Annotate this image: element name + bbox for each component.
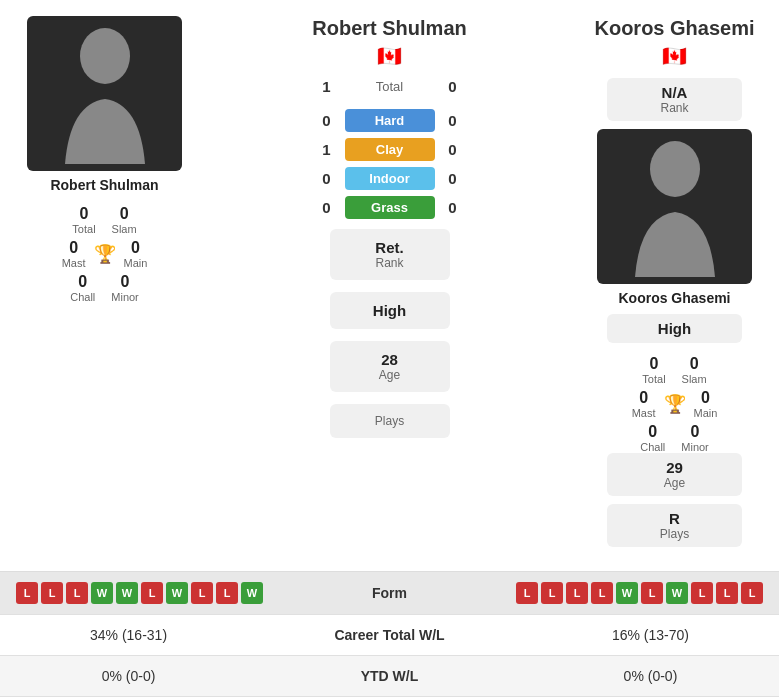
surface-row-hard: 0 Hard 0 <box>197 109 582 132</box>
left-rank-value: Ret. <box>350 239 430 256</box>
form-badge-left: L <box>16 582 38 604</box>
right-player-silhouette-icon <box>625 137 725 277</box>
form-badge-left: W <box>241 582 263 604</box>
right-main-value: 0 <box>701 389 710 407</box>
right-player-avatar <box>597 129 752 284</box>
form-badge-right: L <box>691 582 713 604</box>
right-mast-value: 0 <box>639 389 648 407</box>
surface-row-grass: 0 Grass 0 <box>197 196 582 219</box>
right-slam-value: 0 <box>690 355 699 373</box>
right-age-value: 29 <box>623 459 726 476</box>
indoor-badge: Indoor <box>345 167 435 190</box>
left-total-value: 0 <box>80 205 89 223</box>
age-box: 28 Age <box>330 341 450 392</box>
right-chall-value: 0 <box>648 423 657 441</box>
clay-left-score: 1 <box>317 141 337 158</box>
left-player-silhouette-icon <box>55 24 155 164</box>
left-plays-label: Plays <box>350 414 430 428</box>
form-badge-right: L <box>591 582 613 604</box>
right-age-box: 29 Age <box>607 453 742 496</box>
right-rank-value: N/A <box>623 84 726 101</box>
right-slam-label: Slam <box>682 373 707 385</box>
grass-badge: Grass <box>345 196 435 219</box>
total-row: 1 Total 0 <box>317 78 463 95</box>
stat-right-value: 0% (0-0) <box>522 656 779 697</box>
clay-badge: Clay <box>345 138 435 161</box>
stats-row: 34% (16-31)Career Total W/L16% (13-70) <box>0 615 779 656</box>
left-age-label: Age <box>350 368 430 382</box>
total-right-score: 0 <box>443 78 463 95</box>
left-mast-label: Mast <box>62 257 86 269</box>
left-minor-label: Minor <box>111 291 139 303</box>
left-rank-label: Rank <box>350 256 430 270</box>
right-minor-label: Minor <box>681 441 709 453</box>
form-badge-right: W <box>666 582 688 604</box>
hard-right-score: 0 <box>443 112 463 129</box>
form-badge-right: L <box>741 582 763 604</box>
rank-box: Ret. Rank <box>330 229 450 280</box>
hard-badge: Hard <box>345 109 435 132</box>
form-badge-left: L <box>216 582 238 604</box>
left-slam-value: 0 <box>120 205 129 223</box>
stat-center-label: Career Total W/L <box>257 615 522 656</box>
right-rank-label: Rank <box>623 101 726 115</box>
grass-right-score: 0 <box>443 199 463 216</box>
left-high-value: High <box>350 302 430 319</box>
left-minor-value: 0 <box>121 273 130 291</box>
left-player-name-center: Robert Shulman <box>312 16 466 40</box>
form-badge-left: L <box>66 582 88 604</box>
form-badge-right: L <box>516 582 538 604</box>
right-minor-value: 0 <box>691 423 700 441</box>
stats-table: 34% (16-31)Career Total W/L16% (13-70)0%… <box>0 614 779 699</box>
left-chall-value: 0 <box>78 273 87 291</box>
form-badge-right: W <box>616 582 638 604</box>
left-form-badges: LLLWWLWLLW <box>16 582 263 604</box>
player-left: Robert Shulman 0 Total 0 Slam 0 Mast <box>12 16 197 555</box>
left-flag-icon: 🇨🇦 <box>312 44 466 68</box>
right-total-value: 0 <box>650 355 659 373</box>
surface-row-indoor: 0 Indoor 0 <box>197 167 582 190</box>
stat-left-value: 34% (16-31) <box>0 615 257 656</box>
left-player-avatar <box>27 16 182 171</box>
form-badge-left: L <box>41 582 63 604</box>
right-player-name-center: Kooros Ghasemi <box>594 16 754 40</box>
svg-point-1 <box>650 141 700 197</box>
left-main-label: Main <box>124 257 148 269</box>
form-label: Form <box>350 585 430 601</box>
right-form-badges: LLLLWLWLLL <box>516 582 763 604</box>
right-plays-value: R <box>623 510 726 527</box>
right-rank-box: N/A Rank <box>607 78 742 121</box>
high-box: High <box>330 292 450 329</box>
total-label: Total <box>345 79 435 94</box>
surface-row-clay: 1 Clay 0 <box>197 138 582 161</box>
right-mast-label: Mast <box>632 407 656 419</box>
right-trophy-icon: 🏆 <box>664 393 686 415</box>
form-badge-left: L <box>191 582 213 604</box>
left-mast-value: 0 <box>69 239 78 257</box>
stat-left-value: 0% (0-0) <box>0 656 257 697</box>
left-slam-label: Slam <box>112 223 137 235</box>
right-flag-icon: 🇨🇦 <box>594 44 754 68</box>
hard-left-score: 0 <box>317 112 337 129</box>
total-left-score: 1 <box>317 78 337 95</box>
form-badge-left: W <box>166 582 188 604</box>
right-player-stats: 0 Total 0 Slam 0 Mast 🏆 0 <box>582 355 767 453</box>
left-trophy-icon: 🏆 <box>94 243 116 265</box>
right-chall-label: Chall <box>640 441 665 453</box>
grass-left-score: 0 <box>317 199 337 216</box>
left-player-stats: 0 Total 0 Slam 0 Mast 🏆 0 <box>12 205 197 303</box>
players-section: Robert Shulman 0 Total 0 Slam 0 Mast <box>0 0 779 571</box>
form-badge-left: W <box>116 582 138 604</box>
stats-row: 0% (0-0)YTD W/L0% (0-0) <box>0 656 779 697</box>
right-plays-box: R Plays <box>607 504 742 547</box>
right-plays-label: Plays <box>623 527 726 541</box>
right-high-value: High <box>623 320 726 337</box>
left-player-name: Robert Shulman <box>50 177 158 193</box>
left-total-label: Total <box>72 223 95 235</box>
center-stats-col: Robert Shulman 🇨🇦 1 Total 0 0 Hard 0 1 C… <box>197 16 582 555</box>
form-badge-right: L <box>641 582 663 604</box>
player-right: Kooros Ghasemi 🇨🇦 N/A Rank Kooros Ghasem… <box>582 16 767 555</box>
left-chall-label: Chall <box>70 291 95 303</box>
main-container: Robert Shulman 0 Total 0 Slam 0 Mast <box>0 0 779 699</box>
stat-center-label: YTD W/L <box>257 656 522 697</box>
